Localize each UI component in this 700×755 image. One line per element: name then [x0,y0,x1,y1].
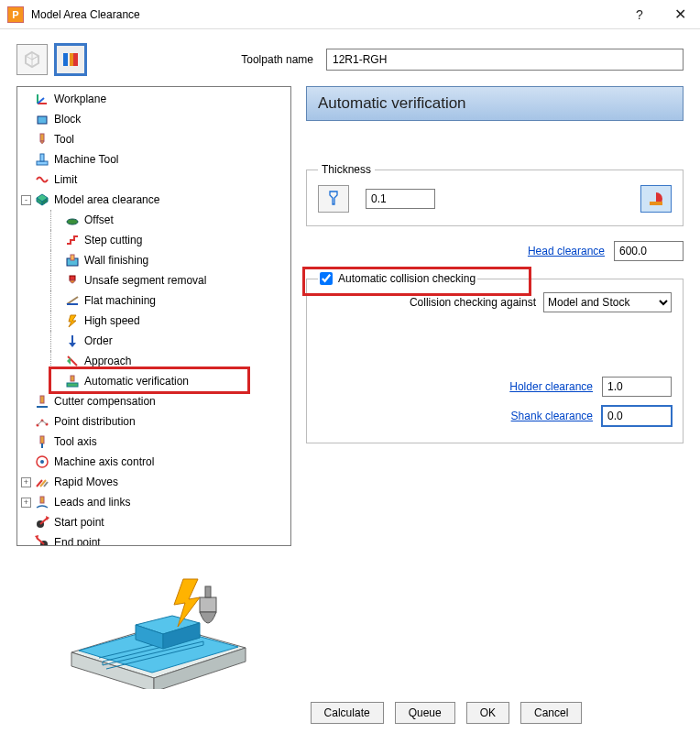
cuttercomp-icon [34,393,50,410]
no-exp [21,397,31,407]
expand-icon[interactable]: + [21,477,31,487]
hispeed-icon [64,312,81,329]
collision-against-select[interactable]: Model and Stock [543,292,672,312]
tree-item-end-point[interactable]: End point [34,532,290,546]
no-exp [21,155,31,165]
help-button[interactable]: ? [619,0,660,29]
rapid-icon [34,474,50,490]
no-exp [51,336,61,346]
startpt-icon [34,514,50,531]
highlight-tree [49,367,250,394]
tree-item-model-area-clearance[interactable]: -Model area clearance [34,190,290,210]
tree-item-label: Workplane [54,93,106,105]
safety-icon [647,190,665,208]
no-exp [51,296,61,306]
tree-item-block[interactable]: Block [34,109,290,129]
tree-item-start-point[interactable]: Start point [34,512,290,532]
collision-against-label: Collision checking against [410,296,536,309]
toolaxis-icon [34,433,50,450]
svg-rect-41 [650,202,662,205]
tree-item-limit[interactable]: Limit [34,170,290,190]
window-title: Model Area Clearance [31,8,619,21]
endpt-icon [34,534,50,546]
no-exp [21,135,31,145]
svg-rect-20 [70,276,75,280]
close-button[interactable]: ✕ [660,0,700,29]
tree-item-high-speed[interactable]: High speed [64,311,290,331]
tree-item-wall-finishing[interactable]: Wall finishing [64,250,290,270]
svg-rect-13 [40,154,44,161]
tree-item-order[interactable]: Order [64,331,290,351]
wall-icon [64,252,81,268]
collapse-icon[interactable]: - [21,195,31,205]
tree-item-tool[interactable]: Tool [34,129,290,149]
tree-item-label: Block [54,113,81,126]
holder-clearance-input[interactable] [602,377,672,397]
settings-panel: Automatic verification Thickness [306,86,684,443]
head-clearance-link[interactable]: Head clearance [528,245,605,257]
thickness-components-button[interactable] [640,185,672,213]
thickness-mode-button[interactable] [318,185,349,213]
toolbar-icon-strategies[interactable] [16,44,48,75]
calculate-button[interactable]: Calculate [311,702,384,724]
cancel-button[interactable]: Cancel [520,702,582,724]
no-exp [21,437,31,447]
svg-marker-21 [69,315,76,327]
head-clearance-input[interactable] [614,241,684,261]
step-icon [64,232,81,248]
tree-item-offset[interactable]: Offset [64,210,290,230]
block-icon [34,111,50,127]
tree-panel[interactable]: WorkplaneBlockToolMachine ToolLimit-Mode… [16,86,291,546]
collision-group: Automatic collision checking Collision c… [306,272,684,443]
workplane-icon [34,91,50,107]
tree-item-unsafe-segment-removal[interactable]: Unsafe segment removal [64,270,290,290]
svg-marker-2 [32,56,38,60]
no-exp [51,276,61,286]
shank-clearance-input[interactable] [602,406,672,426]
no-exp [51,256,61,266]
tree-item-rapid-moves[interactable]: +Rapid Moves [34,472,290,492]
tree-item-tool-axis[interactable]: Tool axis [34,432,290,452]
tree-item-flat-machining[interactable]: Flat machining [64,290,290,311]
tree-item-label: Flat machining [84,294,156,307]
tree-item-label: Order [84,334,113,347]
no-exp [51,356,61,367]
toolpath-name-label: Toolpath name [241,53,313,66]
tree-item-label: Unsafe segment removal [84,274,206,287]
limit-icon [34,171,50,188]
svg-rect-6 [73,53,78,66]
tool-tip-icon [324,190,343,208]
svg-rect-36 [40,497,44,503]
tree-item-machine-axis-control[interactable]: Machine axis control [34,452,290,472]
shank-clearance-link[interactable]: Shank clearance [511,410,593,422]
tree-item-label: Wall finishing [84,254,148,267]
svg-rect-11 [40,134,44,141]
no-exp [21,115,31,125]
machine-tool-icon [34,151,50,168]
tree-item-step-cutting[interactable]: Step cutting [64,230,290,250]
tree-item-label: Leads and links [54,496,130,509]
tree-item-label: Approach [84,355,131,367]
flat-icon [64,292,81,309]
tree-item-point-distribution[interactable]: Point distribution [34,411,290,432]
tree-item-leads-and-links[interactable]: +Leads and links [34,492,290,512]
expand-icon[interactable]: + [21,498,31,508]
bars-icon [60,49,81,70]
tree-item-label: Cutter compensation [54,395,156,408]
tree-item-cutter-compensation[interactable]: Cutter compensation [34,391,290,411]
toolbar-icon-verification[interactable] [55,44,86,75]
tree-item-label: Tool [54,133,74,146]
machineaxis-icon [34,454,50,470]
tree-item-machine-tool[interactable]: Machine Tool [34,149,290,170]
queue-button[interactable]: Queue [395,702,455,724]
tree-item-workplane[interactable]: Workplane [34,89,290,109]
holder-clearance-link[interactable]: Holder clearance [509,380,593,393]
ok-button[interactable]: OK [466,702,509,724]
no-exp [21,518,31,528]
no-exp [21,417,31,427]
titlebar: P Model Area Clearance ? ✕ [0,0,700,29]
tree-item-label: Tool axis [54,435,97,448]
unsafe-icon [64,272,81,289]
thickness-input[interactable] [366,189,435,209]
toolpath-name-input[interactable] [326,49,684,71]
